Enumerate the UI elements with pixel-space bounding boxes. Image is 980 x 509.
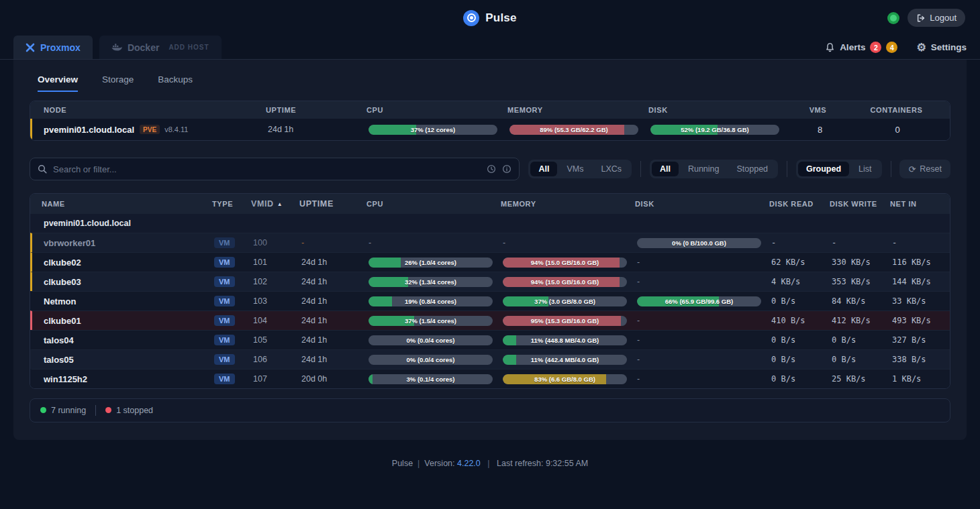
guest-vmid: 104 — [253, 316, 301, 325]
filter-state-stopped[interactable]: Stopped — [729, 162, 777, 176]
table-row[interactable]: talos04 VM 105 24d 1h 0% (0.0/4 cores) 1… — [30, 330, 950, 349]
view-list[interactable]: List — [850, 162, 879, 176]
pulse-logo-ring — [467, 13, 476, 22]
add-host-button[interactable]: ADD HOST — [168, 44, 209, 51]
tab-overview[interactable]: Overview — [38, 74, 78, 92]
guest-type-badge: VM — [214, 296, 235, 306]
usage-bar: 83% (6.6 GB/8.0 GB) — [503, 374, 627, 384]
guest-memory-cell: - — [503, 238, 637, 247]
node-disk-cell: 52% (19.2 GB/36.8 GB) — [650, 125, 795, 135]
footer-version-link[interactable]: 4.22.0 — [457, 459, 481, 468]
usage-bar-label: 37% (1.5/4 cores) — [369, 316, 493, 326]
guest-name-cell: talos05 — [32, 355, 214, 365]
node-cpu-cell: 37% (12 cores) — [369, 125, 509, 135]
reset-filters-button[interactable]: ⟳ Reset — [899, 160, 950, 178]
usage-bar-label: 66% (65.9 GB/99.6 GB) — [637, 296, 761, 306]
guest-net-in: 116 KB/s — [892, 258, 950, 267]
guest-disk-cell: 66% (65.9 GB/99.6 GB) — [637, 296, 771, 306]
guest-cpu-cell: 26% (1.0/4 cores) — [369, 258, 503, 268]
filter-type-all[interactable]: All — [530, 162, 557, 176]
proxmox-icon — [26, 43, 35, 52]
filter-toolbar: All VMs LXCs All Running Stopped Grouped… — [30, 158, 950, 180]
guest-cpu-cell: - — [369, 238, 503, 247]
usage-bar-label: 52% (19.2 GB/36.8 GB) — [650, 125, 779, 135]
guest-uptime: 20d 0h — [301, 374, 369, 384]
connection-status-dot — [890, 15, 897, 21]
tab-proxmox[interactable]: Proxmox — [13, 36, 93, 59]
table-row[interactable]: clkube03 VM 102 24d 1h 32% (1.3/4 cores)… — [30, 272, 950, 291]
guest-name: clkube03 — [44, 277, 81, 287]
guest-disk-write: - — [832, 238, 892, 247]
col-header-memory[interactable]: MEMORY — [501, 200, 635, 208]
table-row[interactable]: talos05 VM 106 24d 1h 0% (0.0/4 cores) 1… — [30, 349, 950, 369]
view-grouped[interactable]: Grouped — [798, 162, 849, 176]
node-col-header-memory[interactable]: MEMORY — [507, 106, 648, 114]
col-header-disk-read[interactable]: DISK READ — [769, 200, 830, 208]
refresh-icon: ⟳ — [908, 165, 916, 174]
tab-backups[interactable]: Backups — [158, 74, 193, 92]
usage-bar: 32% (1.3/4 cores) — [369, 277, 493, 287]
guest-disk-write: 0 B/s — [832, 355, 892, 364]
filter-type-vms[interactable]: VMs — [558, 162, 591, 176]
host-tabs: Proxmox Docker ADD HOST — [13, 36, 222, 59]
guest-table-header: NAME TYPE VMID ▲ UPTIME CPU MEMORY DISK … — [30, 194, 950, 214]
node-col-header-containers[interactable]: CONTAINERS — [843, 106, 950, 114]
guest-type-cell: VM — [214, 237, 253, 248]
usage-bar: 89% (55.3 GB/62.2 GB) — [509, 125, 638, 135]
table-row[interactable]: clkube01 VM 104 24d 1h 37% (1.5/4 cores)… — [30, 310, 950, 330]
guest-name-cell: clkube01 — [32, 316, 214, 326]
main-panel: Overview Storage Backups NODE UPTIME CPU… — [13, 60, 967, 440]
guest-disk-write: 330 KB/s — [832, 258, 892, 267]
usage-bar: 11% (448.8 MB/4.0 GB) — [503, 335, 627, 345]
usage-bar: 37% (12 cores) — [369, 125, 497, 135]
usage-bar-label: 94% (15.0 GB/16.0 GB) — [503, 277, 627, 287]
table-row[interactable]: vbrworker01 VM 100 - - - 0% (0 B/100.0 G… — [30, 233, 950, 252]
table-row[interactable]: clkube02 VM 101 24d 1h 26% (1.0/4 cores)… — [30, 252, 950, 272]
col-header-type[interactable]: TYPE — [212, 200, 251, 208]
table-row[interactable]: Netmon VM 103 24d 1h 19% (0.8/4 cores) 3… — [30, 291, 950, 310]
empty-value: - — [369, 238, 371, 247]
tab-storage[interactable]: Storage — [102, 74, 134, 92]
node-col-header-uptime[interactable]: UPTIME — [266, 106, 366, 114]
view-mode-toggle: Grouped List — [796, 160, 882, 178]
info-icon[interactable] — [502, 164, 511, 174]
usage-bar: 95% (15.3 GB/16.0 GB) — [503, 316, 627, 326]
history-clock-icon[interactable] — [487, 164, 496, 174]
col-header-disk[interactable]: DISK — [635, 200, 769, 208]
col-header-disk-write[interactable]: DISK WRITE — [830, 200, 890, 208]
guest-memory-cell: 95% (15.3 GB/16.0 GB) — [503, 316, 637, 326]
table-row[interactable]: win1125h2 VM 107 20d 0h 3% (0.1/4 cores)… — [30, 369, 950, 388]
guest-memory-cell: 83% (6.6 GB/8.0 GB) — [503, 374, 637, 384]
usage-bar: 19% (0.8/4 cores) — [369, 296, 493, 306]
node-col-header-vms[interactable]: VMS — [793, 106, 843, 114]
node-col-header-disk[interactable]: DISK — [648, 106, 793, 114]
col-header-vmid[interactable]: VMID ▲ — [251, 199, 299, 209]
node-col-header-cpu[interactable]: CPU — [366, 106, 507, 114]
node-row[interactable]: pvemini01.cloud.local PVE v8.4.11 24d 1h… — [30, 119, 950, 140]
alerts-button[interactable]: Alerts 2 4 — [825, 42, 897, 53]
filter-type-lxcs[interactable]: LXCs — [593, 162, 630, 176]
guest-type-badge: VM — [214, 315, 235, 326]
usage-bar-label: 94% (15.0 GB/16.0 GB) — [503, 258, 627, 268]
filter-state-running[interactable]: Running — [680, 162, 728, 176]
search-input[interactable] — [53, 164, 481, 174]
col-header-net-in[interactable]: NET IN — [890, 200, 950, 208]
usage-bar: 3% (0.1/4 cores) — [369, 374, 493, 384]
guest-net-in: 338 B/s — [892, 355, 950, 364]
docker-icon — [111, 43, 122, 52]
node-col-header-node[interactable]: NODE — [30, 106, 266, 114]
settings-button[interactable]: ⚙ Settings — [916, 42, 967, 53]
col-header-uptime[interactable]: UPTIME — [299, 199, 366, 209]
tab-docker[interactable]: Docker ADD HOST — [99, 36, 222, 59]
node-table-header: NODE UPTIME CPU MEMORY DISK VMS CONTAINE… — [30, 101, 950, 119]
filter-state-all[interactable]: All — [652, 162, 679, 176]
usage-bar-label: 0% (0 B/100.0 GB) — [637, 238, 761, 248]
guest-net-in: 144 KB/s — [892, 277, 950, 286]
col-header-name[interactable]: NAME — [30, 200, 212, 208]
guest-memory-cell: 37% (3.0 GB/8.0 GB) — [503, 296, 637, 306]
guest-memory-cell: 94% (15.0 GB/16.0 GB) — [503, 258, 637, 268]
col-header-cpu[interactable]: CPU — [366, 200, 501, 208]
alerts-critical-badge: 2 — [870, 42, 881, 53]
logout-button[interactable]: Logout — [908, 9, 965, 27]
guest-table: NAME TYPE VMID ▲ UPTIME CPU MEMORY DISK … — [30, 193, 950, 389]
